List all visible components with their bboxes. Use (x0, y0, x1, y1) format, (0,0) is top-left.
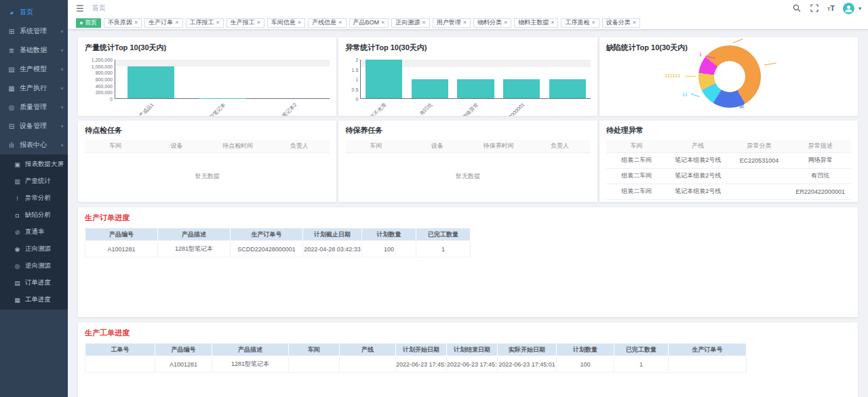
model-icon: ▤ (7, 66, 16, 73)
plot-area (115, 60, 330, 99)
plot-area (360, 60, 590, 99)
sidebar-item-exception-analysis[interactable]: ! 异常分析 (0, 190, 68, 207)
sidebar-item-workorder-progress[interactable]: ▦ 工单进度 (0, 291, 68, 308)
tab-line-info[interactable]: 产线信息× (308, 18, 346, 28)
close-icon[interactable]: × (422, 20, 425, 26)
tab-process-qc[interactable]: 工序质检× (561, 18, 599, 28)
forward-trace-icon: ◉ (14, 246, 21, 253)
table-row: A1001281 1281型笔记本 2022-06-23 17:45:01 20… (85, 356, 747, 373)
tab-home[interactable]: 首页 (76, 18, 101, 28)
pie-leader-line (732, 106, 737, 106)
chart-title: 产量统计Top 10(30天内) (85, 43, 330, 53)
close-icon[interactable]: × (504, 20, 507, 26)
sidebar-item-defect-analysis[interactable]: ◘ 缺陷分析 (0, 207, 68, 224)
dashboard-content: 产量统计Top 10(30天内) 1,200,0001,000,000 800,… (68, 30, 868, 397)
sidebar-item-label: 报表数据大屏 (25, 160, 64, 169)
sidebar-item-home[interactable]: ◕ 首页 (0, 3, 68, 22)
section-title: 生产工单进度 (85, 328, 851, 338)
breadcrumb[interactable]: 首页 (92, 3, 106, 13)
tab-equipment-category[interactable]: 设备分类× (602, 18, 640, 28)
spot-check-table: 车间 设备 待点检时间 负责人 (85, 140, 330, 153)
tab-workshop-info[interactable]: 车间信息× (267, 18, 305, 28)
close-icon[interactable]: × (381, 20, 384, 26)
sidebar-item-forward-trace[interactable]: ◉ 正向溯源 (0, 241, 68, 257)
column-header: 计划数量 (557, 343, 614, 356)
hamburger-icon[interactable]: ☰ (76, 4, 84, 13)
close-icon[interactable]: × (463, 20, 467, 26)
sidebar-item-output-stats[interactable]: ▥ 产量统计 (0, 173, 68, 190)
sidebar-item-label: 产量统计 (25, 177, 51, 186)
tab-defect-reason[interactable]: 不良原因× (104, 18, 142, 28)
order-progress-table: 产品编号 产品描述 生产订单号 计划截止日期 计划数量 已完工数量 A10012… (85, 228, 471, 257)
tab-production-report[interactable]: 生产报工× (226, 18, 264, 28)
tab-process-report[interactable]: 工序报工× (186, 18, 224, 28)
column-header: 产品编号 (155, 343, 212, 356)
sidebar-item-label: 首页 (20, 7, 33, 17)
sidebar-item-label: 生产模型 (20, 64, 47, 74)
sidebar-item-production-exec[interactable]: ▦ 生产执行 ∨ (0, 79, 68, 98)
stats-icon: ▥ (14, 178, 21, 185)
tab-production-order[interactable]: 生产订单× (144, 18, 182, 28)
sidebar-item-label: 工单进度 (25, 295, 51, 304)
tab-forward-trace[interactable]: 正向溯源× (391, 18, 429, 28)
column-header: 生产订单号 (669, 343, 747, 356)
sidebar-item-equipment[interactable]: ⊟ 设备管理 ∨ (0, 117, 68, 135)
column-header: 已完工数量 (614, 343, 669, 356)
chevron-down-icon: ∨ (60, 67, 64, 71)
bar (503, 79, 540, 99)
column-header: 已完工数量 (416, 228, 471, 241)
close-icon[interactable]: × (257, 20, 260, 26)
font-size-icon[interactable]: TT (827, 4, 835, 12)
sidebar-item-basedata[interactable]: ≣ 基础数据 ∨ (0, 41, 68, 60)
table-row: A1001281 1281型笔记本 SCDD220428000001 2022-… (85, 241, 471, 257)
tab-material-master[interactable]: 物料主数据× (514, 18, 558, 28)
close-icon[interactable]: × (591, 20, 595, 26)
reverse-trace-icon: ◎ (14, 263, 21, 270)
close-icon[interactable]: × (216, 20, 220, 26)
avatar[interactable] (843, 3, 854, 14)
top-navbar: ☰ 首页 TT ▾ (68, 0, 868, 16)
sidebar-item-label: 基础数据 (20, 45, 47, 55)
column-header: 产品描述 (212, 343, 289, 356)
close-icon[interactable]: × (338, 20, 342, 26)
maintenance-table: 车间 设备 待保养时间 负责人 (345, 140, 590, 153)
sidebar-item-quality[interactable]: ◎ 质量管理 ∨ (0, 98, 68, 117)
sidebar-item-label: 生产执行 (20, 83, 47, 93)
close-icon[interactable]: × (551, 20, 554, 26)
maintenance-panel: 待保养任务 车间 设备 待保养时间 负责人 暂无数据 (338, 121, 597, 202)
column-header: 计划开始日期 (396, 343, 447, 356)
defect-chart-card: 缺陷统计Top 10(30天内) 1 111111 11 破 (599, 37, 858, 116)
sidebar-item-reverse-trace[interactable]: ◎ 逆向溯源 (0, 257, 68, 274)
sidebar-item-system[interactable]: ⊞ 系统管理 ∨ (0, 22, 68, 41)
column-header: 设备 (146, 140, 207, 152)
search-icon[interactable] (792, 3, 802, 13)
fullscreen-icon[interactable] (810, 3, 819, 13)
close-icon[interactable]: × (298, 20, 301, 26)
bar-chart-icon: ılı (7, 142, 16, 149)
sidebar-item-report-center[interactable]: ılı 报表中心 ∧ (0, 135, 68, 154)
panel-title: 待保养任务 (345, 125, 590, 135)
sidebar-item-report-dashboard[interactable]: ▣ 报表数据大屏 (0, 156, 68, 173)
sidebar-item-order-progress[interactable]: ▤ 订单进度 (0, 274, 68, 291)
panel-title: 待处理异常 (606, 125, 851, 135)
sidebar-item-pass-rate[interactable]: ⊘ 直通率 (0, 224, 68, 241)
exception-bar-chart: 21.5 10.5 0 (345, 60, 590, 116)
tab-user-mgmt[interactable]: 用户管理× (433, 18, 471, 28)
chevron-down-icon: ∨ (60, 48, 64, 52)
column-header: 工单号 (85, 343, 155, 356)
pie-label-magenta: 1 (699, 51, 702, 58)
tab-material-category[interactable]: 物料分类× (473, 18, 511, 28)
column-header: 产品描述 (158, 228, 231, 241)
bar (127, 66, 175, 99)
close-icon[interactable]: × (175, 20, 178, 26)
sidebar-item-label: 报表中心 (20, 140, 47, 150)
sidebar-item-label: 逆向溯源 (25, 262, 51, 270)
chevron-up-icon: ∧ (60, 143, 64, 147)
order-progress-icon: ▤ (14, 280, 21, 287)
avatar-dropdown-icon[interactable]: ▾ (859, 5, 861, 12)
close-icon[interactable]: × (134, 20, 138, 26)
tab-product-bom[interactable]: 产品BOM× (349, 18, 389, 28)
close-icon[interactable]: × (633, 20, 636, 26)
exceptions-panel: 待处理异常 车间 产线 异常分类 异常描述 组装二车间 笔记本组装2号线 (599, 121, 858, 202)
sidebar-item-production-model[interactable]: ▤ 生产模型 ∨ (0, 60, 68, 79)
